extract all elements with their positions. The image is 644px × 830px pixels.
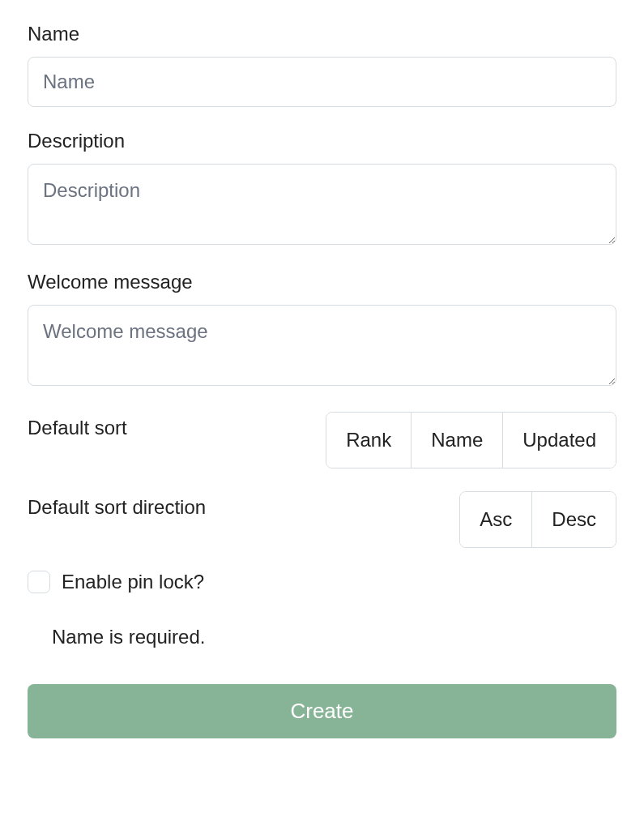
default-sort-direction-label: Default sort direction	[28, 491, 206, 519]
enable-pin-lock-checkbox[interactable]	[28, 571, 50, 593]
sort-direction-asc[interactable]: Asc	[460, 492, 532, 547]
create-button[interactable]: Create	[28, 684, 616, 738]
enable-pin-lock-label: Enable pin lock?	[62, 571, 204, 593]
name-label: Name	[28, 23, 616, 45]
default-sort-direction-segmented: Asc Desc	[459, 491, 616, 548]
default-sort-label: Default sort	[28, 412, 127, 439]
welcome-message-input[interactable]	[28, 305, 616, 386]
sort-direction-desc[interactable]: Desc	[532, 492, 616, 547]
sort-option-rank[interactable]: Rank	[326, 413, 412, 468]
name-input[interactable]	[28, 57, 616, 107]
sort-option-name[interactable]: Name	[412, 413, 503, 468]
welcome-message-label: Welcome message	[28, 271, 616, 293]
description-input[interactable]	[28, 164, 616, 245]
validation-message: Name is required.	[28, 626, 616, 648]
description-label: Description	[28, 130, 616, 152]
default-sort-segmented: Rank Name Updated	[326, 412, 616, 468]
sort-option-updated[interactable]: Updated	[503, 413, 616, 468]
